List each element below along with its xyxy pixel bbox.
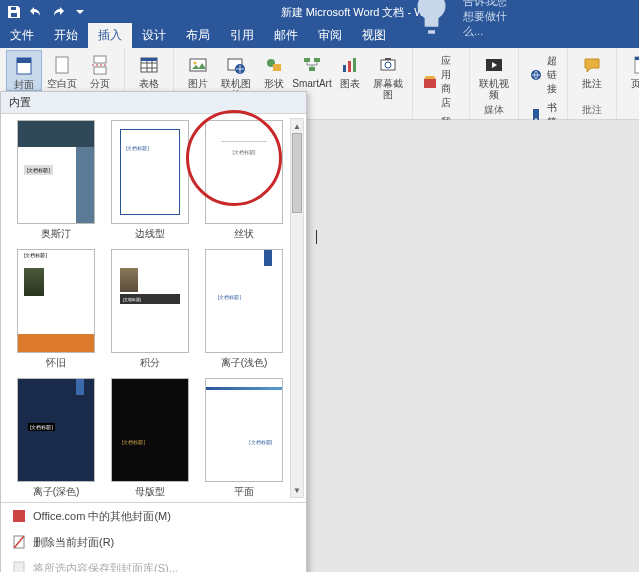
svg-rect-21 [343, 65, 346, 72]
page-break-icon [89, 54, 111, 76]
svg-rect-12 [190, 59, 206, 71]
hyperlink-icon [529, 68, 543, 82]
group-media: 联机视频 媒体 [470, 48, 519, 119]
lightbulb-icon [404, 0, 459, 44]
screenshot-button[interactable]: 屏幕截图 [370, 50, 406, 100]
svg-point-13 [194, 62, 197, 65]
gallery-footer: Office.com 中的其他封面(M) 删除当前封面(R) 将所选内容保存到封… [1, 502, 306, 572]
cover-thumb-ion-dark[interactable]: [文档标题] 离子(深色) [15, 378, 97, 499]
online-pictures-icon [225, 54, 247, 76]
cover-thumb-retro[interactable]: [文档标题] 怀旧 [15, 249, 97, 370]
tab-file[interactable]: 文件 [0, 23, 44, 48]
svg-rect-11 [141, 58, 157, 61]
smartart-button[interactable]: SmartArt [294, 50, 330, 89]
cover-thumb-flat[interactable]: [文档标题] 平面 [203, 378, 285, 499]
online-video-button[interactable]: 联机视频 [476, 50, 512, 100]
svg-rect-22 [348, 61, 351, 72]
more-from-office-button[interactable]: Office.com 中的其他封面(M) [1, 503, 306, 529]
text-cursor [316, 230, 317, 244]
cover-thumb-master[interactable]: [文档标题] 母版型 [109, 378, 191, 499]
group-label-comments: 批注 [574, 101, 610, 117]
group-comments: 批注 批注 [568, 48, 617, 119]
svg-rect-19 [314, 58, 320, 62]
gallery-scrollbar[interactable]: ▲ ▼ [290, 118, 304, 498]
remove-cover-button[interactable]: 删除当前封面(R) [1, 529, 306, 555]
blank-page-icon [51, 54, 73, 76]
gallery-section-header: 内置 [1, 92, 306, 114]
tell-me-placeholder: 告诉我您想要做什么... [463, 0, 516, 39]
svg-rect-4 [94, 67, 106, 74]
undo-icon[interactable] [28, 4, 44, 20]
pictures-button[interactable]: 图片 [180, 50, 216, 89]
chart-button[interactable]: 图表 [332, 50, 368, 89]
chart-icon [339, 54, 361, 76]
svg-rect-27 [424, 79, 436, 88]
shapes-icon [263, 54, 285, 76]
tab-insert[interactable]: 插入 [88, 23, 132, 48]
table-button[interactable]: 表格 [131, 50, 167, 89]
cover-page-gallery: 内置 [文档标题] 奥斯汀 [文档标题] 边线型 [文档标题] 丝状 [文档标题… [0, 91, 307, 572]
group-label-media: 媒体 [476, 101, 512, 117]
tab-view[interactable]: 视图 [352, 23, 396, 48]
store-icon [423, 75, 437, 89]
scroll-down-icon[interactable]: ▼ [291, 483, 303, 497]
title-bar: 新建 Microsoft Word 文档 - Word [0, 0, 639, 24]
svg-rect-26 [385, 58, 391, 60]
tell-me-search[interactable]: 告诉我您想要做什么... [396, 0, 524, 48]
scroll-up-icon[interactable]: ▲ [291, 119, 303, 133]
group-headerfooter: 页眉 页脚 # 页码 页眉和页脚 [617, 48, 639, 119]
cover-page-button[interactable]: 封面 [6, 50, 42, 91]
tab-layout[interactable]: 布局 [176, 23, 220, 48]
cover-thumb-austin[interactable]: [文档标题] 奥斯汀 [15, 120, 97, 241]
svg-rect-44 [14, 562, 24, 572]
blank-page-button[interactable]: 空白页 [44, 50, 80, 89]
tab-review[interactable]: 审阅 [308, 23, 352, 48]
svg-rect-3 [94, 56, 106, 63]
svg-rect-41 [13, 510, 25, 522]
group-addins: 应用商店 我的加载项 ▾ 加载项 [413, 48, 470, 119]
redo-icon[interactable] [50, 4, 66, 20]
svg-rect-1 [17, 58, 31, 63]
screenshot-icon [377, 54, 399, 76]
smartart-icon [301, 54, 323, 76]
comment-button[interactable]: 批注 [574, 50, 610, 89]
header-icon [630, 54, 639, 76]
svg-rect-18 [304, 58, 310, 62]
cover-thumb-edge[interactable]: [文档标题] 边线型 [109, 120, 191, 241]
tab-home[interactable]: 开始 [44, 23, 88, 48]
cover-thumb-silk[interactable]: [文档标题] 丝状 [203, 120, 285, 241]
qat-dropdown-icon[interactable] [72, 4, 88, 20]
ribbon-tabs: 文件 开始 插入 设计 布局 引用 邮件 审阅 视图 告诉我您想要做什么... [0, 24, 639, 48]
table-icon [138, 54, 160, 76]
comment-icon [581, 54, 603, 76]
cover-thumb-ion-light[interactable]: [文档标题] 离子(浅色) [203, 249, 285, 370]
page-break-button[interactable]: 分页 [82, 50, 118, 89]
remove-icon [11, 534, 27, 550]
svg-rect-36 [635, 57, 639, 60]
save-to-gallery-button: 将所选内容保存到封面库(S)... [1, 555, 306, 572]
group-label-headerfooter: 页眉和页脚 [623, 101, 639, 117]
svg-rect-20 [309, 67, 315, 71]
save-icon[interactable] [6, 4, 22, 20]
tab-design[interactable]: 设计 [132, 23, 176, 48]
group-links: 超链接 书签 交叉引用 链接 [519, 48, 568, 119]
office-icon [11, 508, 27, 524]
store-button[interactable]: 应用商店 [419, 52, 463, 112]
gallery-scroll-area: [文档标题] 奥斯汀 [文档标题] 边线型 [文档标题] 丝状 [文档标题] 怀… [1, 114, 306, 502]
video-icon [483, 54, 505, 76]
window-title: 新建 Microsoft Word 文档 - Word [88, 5, 633, 20]
header-button[interactable]: 页眉 [623, 50, 639, 89]
cover-page-icon [13, 55, 35, 77]
tab-references[interactable]: 引用 [220, 23, 264, 48]
hyperlink-button[interactable]: 超链接 [525, 52, 561, 98]
pictures-icon [187, 54, 209, 76]
svg-rect-17 [273, 64, 281, 71]
svg-rect-23 [353, 58, 356, 72]
svg-rect-2 [56, 57, 68, 73]
quick-access-toolbar [6, 4, 88, 20]
tab-mailings[interactable]: 邮件 [264, 23, 308, 48]
cover-thumb-integral[interactable]: [文档标题] 积分 [109, 249, 191, 370]
scrollbar-thumb[interactable] [292, 133, 302, 213]
save-gallery-icon [11, 560, 27, 572]
shapes-button[interactable]: 形状 [256, 50, 292, 89]
